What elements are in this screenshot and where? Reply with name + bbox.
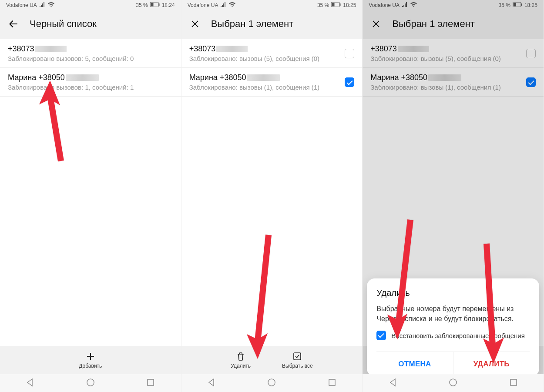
header: Черный список [0,9,181,39]
status-bar: Vodafone UA 35 % 18:25 [363,0,544,9]
row-status: Заблокировано вызовов: 1, сообщений: 1 [8,84,173,91]
screen-2: Vodafone UA 35 % 18:25 Выбран 1 элемент … [181,0,363,392]
content-area: +38073 Заблокировано вызовов: 5, сообщен… [0,39,181,392]
nav-home-icon[interactable] [267,378,276,389]
row-number: +38073 [370,44,397,54]
nav-recent-icon[interactable] [146,378,155,389]
svg-point-3 [87,379,94,386]
svg-point-9 [268,379,275,386]
row-number: Марина +38050 [370,73,427,82]
android-navbar [0,374,181,392]
delete-label: Удалить [231,363,251,369]
content-area: +38073 Заблокировано: вызовы (5), сообще… [181,39,363,392]
restore-checkbox-label: Восстановить заблокированные сообщения [391,332,525,339]
screen-1: Vodafone UA 35 % 18:24 Черный список +38… [0,0,181,392]
dialog-checkbox-row[interactable]: Восстановить заблокированные сообщения [376,331,530,340]
bottom-toolbar: Удалить Выбрать все [181,346,363,374]
masked-number [216,46,248,52]
page-title: Выбран 1 элемент [392,18,475,30]
blacklist-row[interactable]: +38073 Заблокировано: вызовы (5), сообще… [181,39,363,68]
close-icon[interactable] [370,18,382,30]
svg-point-15 [450,379,457,386]
svg-rect-16 [510,379,517,385]
blacklist-row[interactable]: +38073 Заблокировано: вызовы (5), сообще… [363,39,544,68]
masked-number [398,46,429,52]
row-status: Заблокировано вызовов: 5, сообщений: 0 [8,55,173,62]
dialog-title: Удалить [376,288,530,298]
nav-recent-icon[interactable] [328,378,336,389]
battery-icon [150,2,160,8]
nav-back-icon[interactable] [26,378,34,389]
masked-number [247,74,280,81]
masked-number [428,74,461,81]
blacklist-row[interactable]: Марина +38050 Заблокировано: вызовы (1),… [181,68,363,97]
blacklist-row[interactable]: Марина +38050 Заблокировано: вызовы (1),… [363,68,544,97]
android-navbar [363,374,544,392]
restore-checkbox[interactable] [376,331,386,340]
carrier-label: Vodafone UA [369,2,400,8]
row-checkbox[interactable] [345,49,354,58]
add-button[interactable]: Добавить [79,351,102,369]
signal-icon [402,2,408,8]
masked-number [66,74,99,81]
row-number: +38073 [8,44,34,54]
battery-label: 35 % [136,2,148,8]
battery-icon [513,2,522,8]
svg-rect-12 [513,3,516,6]
header: Выбран 1 элемент [363,9,544,39]
battery-icon [331,2,341,8]
svg-rect-6 [332,3,335,6]
battery-label: 35 % [317,2,329,8]
screen-3: Vodafone UA 35 % 18:25 Выбран 1 элемент … [363,0,544,392]
page-title: Выбран 1 элемент [211,18,294,30]
nav-recent-icon[interactable] [509,378,518,389]
delete-button[interactable]: Удалить [231,351,251,369]
close-icon[interactable] [189,18,201,30]
carrier-label: Vodafone UA [6,2,37,8]
svg-rect-7 [340,3,341,6]
dialog-actions: ОТМЕНА УДАЛИТЬ [376,352,530,376]
battery-label: 35 % [499,2,510,8]
signal-icon [40,2,45,8]
row-number: Марина +38050 [8,73,65,82]
carrier-label: Vodafone UA [188,2,218,8]
add-label: Добавить [79,363,102,369]
back-icon[interactable] [8,18,19,30]
svg-rect-11 [513,2,521,7]
delete-dialog: Удалить Выбранные номера будут перемещен… [367,278,539,376]
row-status: Заблокировано: вызовы (5), сообщения (0) [370,55,536,62]
select-all-button[interactable]: Выбрать все [282,351,313,369]
row-checkbox[interactable] [526,77,536,87]
blacklist-row[interactable]: +38073 Заблокировано вызовов: 5, сообщен… [0,39,181,68]
signal-icon [221,2,226,8]
wifi-icon [410,2,417,8]
header: Выбран 1 элемент [181,9,363,39]
time-label: 18:25 [524,2,537,8]
time-label: 18:25 [343,2,356,8]
bottom-toolbar: Добавить [0,346,181,374]
nav-home-icon[interactable] [449,378,457,389]
row-status: Заблокировано: вызовы (5), сообщения (0) [189,55,355,62]
nav-home-icon[interactable] [86,378,95,389]
blacklist-row[interactable]: Марина +38050 Заблокировано вызовов: 1, … [0,68,181,97]
row-number: +38073 [189,44,216,54]
svg-rect-13 [521,3,522,6]
wifi-icon [229,2,235,8]
svg-rect-2 [158,3,159,6]
wifi-icon [48,2,54,8]
masked-number [35,46,67,52]
status-bar: Vodafone UA 35 % 18:25 [181,0,363,9]
svg-rect-1 [151,3,153,6]
row-status: Заблокировано: вызовы (1), сообщения (1) [370,84,536,91]
svg-rect-4 [148,379,154,385]
nav-back-icon[interactable] [207,378,216,389]
confirm-delete-button[interactable]: УДАЛИТЬ [453,352,530,376]
row-checkbox[interactable] [345,77,354,87]
row-checkbox[interactable] [526,49,536,58]
cancel-button[interactable]: ОТМЕНА [376,352,453,376]
svg-rect-10 [329,379,335,385]
time-label: 18:24 [162,2,175,8]
svg-rect-8 [294,353,301,360]
row-status: Заблокировано: вызовы (1), сообщения (1) [189,84,355,91]
nav-back-icon[interactable] [389,378,397,389]
